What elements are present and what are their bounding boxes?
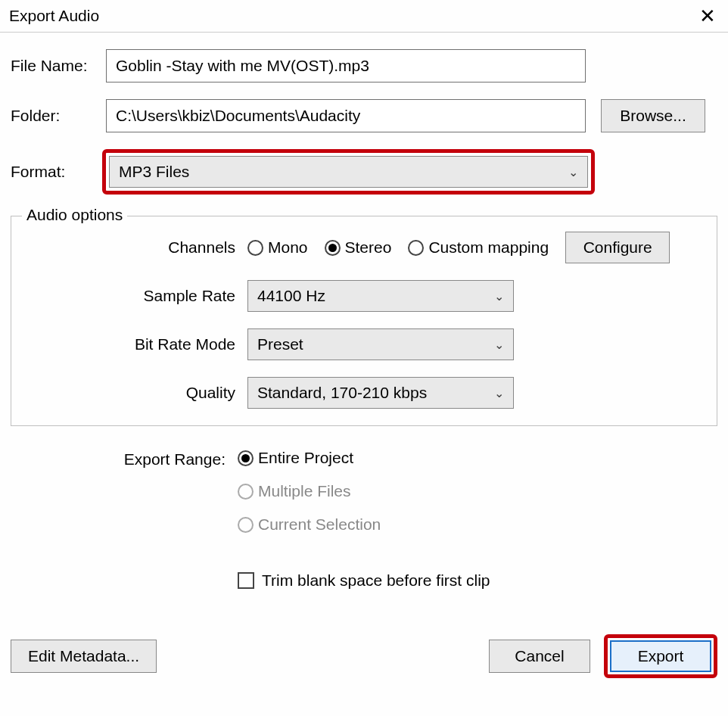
radio-multiple-label: Multiple Files: [258, 482, 351, 500]
radio-stereo[interactable]: Stereo: [325, 238, 392, 257]
channels-row: Channels Mono Stereo Custom mapping Conf…: [20, 232, 708, 263]
radio-current-label: Current Selection: [258, 515, 381, 534]
chevron-down-icon: ⌄: [494, 386, 504, 400]
chevron-down-icon: ⌄: [568, 165, 578, 179]
trim-label: Trim blank space before first clip: [262, 571, 490, 590]
filename-input[interactable]: [106, 49, 586, 82]
channels-label: Channels: [20, 238, 247, 257]
format-highlight: MP3 Files ⌄: [102, 149, 595, 195]
chevron-down-icon: ⌄: [494, 338, 504, 352]
format-label: Format:: [11, 163, 102, 181]
radio-icon: [238, 484, 254, 500]
folder-label: Folder:: [11, 107, 106, 125]
bitrate-combo[interactable]: Preset ⌄: [247, 328, 514, 360]
radio-custom[interactable]: Custom mapping: [408, 238, 549, 257]
format-row: Format: MP3 Files ⌄: [11, 149, 717, 195]
samplerate-label: Sample Rate: [20, 287, 247, 305]
quality-label: Quality: [20, 384, 247, 402]
browse-button[interactable]: Browse...: [601, 99, 705, 132]
export-range-label: Export Range:: [11, 449, 238, 469]
channels-radio-group: Mono Stereo Custom mapping: [247, 238, 549, 257]
samplerate-row: Sample Rate 44100 Hz ⌄: [20, 280, 708, 312]
chevron-down-icon: ⌄: [494, 289, 504, 304]
export-range-options: Entire Project Multiple Files Current Se…: [238, 449, 490, 590]
radio-icon: [238, 517, 254, 533]
quality-combo[interactable]: Standard, 170-210 kbps ⌄: [247, 377, 514, 409]
bitrate-value: Preset: [257, 335, 303, 353]
export-highlight: Export: [604, 634, 717, 678]
dialog-footer: Edit Metadata... Cancel Export: [0, 634, 728, 678]
radio-entire-label: Entire Project: [258, 449, 353, 467]
radio-custom-label: Custom mapping: [428, 238, 549, 257]
samplerate-value: 44100 Hz: [257, 287, 325, 305]
radio-multiple-files[interactable]: Multiple Files: [238, 482, 490, 500]
window-title: Export Audio: [9, 7, 99, 25]
bitrate-row: Bit Rate Mode Preset ⌄: [20, 328, 708, 360]
bitrate-label: Bit Rate Mode: [20, 335, 247, 353]
configure-button[interactable]: Configure: [565, 232, 670, 263]
radio-mono-label: Mono: [268, 238, 308, 257]
export-button[interactable]: Export: [610, 640, 711, 672]
radio-icon: [325, 240, 341, 256]
export-range-section: Export Range: Entire Project Multiple Fi…: [11, 449, 717, 590]
folder-row: Folder: Browse...: [11, 99, 717, 132]
audio-options-group: Audio options Channels Mono Stereo Custo…: [11, 216, 717, 426]
quality-row: Quality Standard, 170-210 kbps ⌄: [20, 377, 708, 409]
cancel-button[interactable]: Cancel: [489, 640, 590, 673]
titlebar: Export Audio ✕: [0, 0, 728, 33]
quality-value: Standard, 170-210 kbps: [257, 384, 427, 402]
radio-icon: [247, 240, 263, 256]
footer-right: Cancel Export: [489, 634, 717, 678]
radio-mono[interactable]: Mono: [247, 238, 308, 257]
format-value: MP3 Files: [119, 163, 189, 181]
trim-checkbox[interactable]: Trim blank space before first clip: [238, 571, 490, 590]
filename-label: File Name:: [11, 57, 106, 75]
format-combo[interactable]: MP3 Files ⌄: [109, 156, 588, 188]
radio-current-selection[interactable]: Current Selection: [238, 515, 490, 534]
radio-stereo-label: Stereo: [345, 238, 392, 257]
audio-options-title: Audio options: [22, 206, 127, 224]
export-range-row: Export Range: Entire Project Multiple Fi…: [11, 449, 717, 590]
radio-entire-project[interactable]: Entire Project: [238, 449, 490, 467]
samplerate-combo[interactable]: 44100 Hz ⌄: [247, 280, 514, 312]
dialog-content: File Name: Folder: Browse... Format: MP3…: [0, 33, 728, 597]
radio-icon: [408, 240, 424, 256]
checkbox-icon: [238, 572, 254, 589]
folder-input[interactable]: [106, 99, 586, 132]
filename-row: File Name:: [11, 49, 717, 82]
edit-metadata-button[interactable]: Edit Metadata...: [11, 640, 157, 673]
close-icon[interactable]: ✕: [699, 6, 716, 26]
radio-icon: [238, 450, 254, 466]
